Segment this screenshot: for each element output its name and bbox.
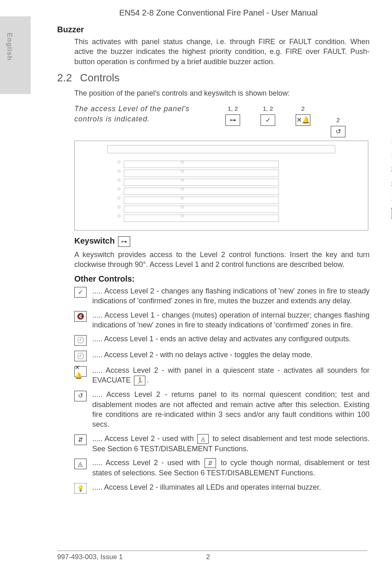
control-text: Access Level 2 - changes any flashing in… [92, 286, 370, 306]
control-text: Access Level 2 - with no delays active -… [92, 350, 370, 360]
top-label-extra: 2 [331, 116, 345, 124]
page-header: EN54 2-8 Zone Conventional Fire Panel - … [67, 7, 370, 18]
sounder-x-icon: ✕🔔 [296, 114, 310, 126]
control-row: ↺Access Level 2 - returns panel to its n… [74, 390, 370, 429]
check-icon: ✓ [261, 114, 275, 126]
control-text: Access Level 1 - changes (mutes) operati… [92, 310, 370, 330]
section-number: 2.2 [57, 71, 74, 85]
nav-icon: ◬ [74, 459, 87, 469]
mute-icon: 🔇 [74, 311, 87, 322]
key-icon: ⊶ [225, 114, 240, 126]
control-row: ⇵Access Level 2 - used with ◬ to select … [74, 434, 370, 454]
lamp-icon: 💡 [74, 483, 87, 494]
control-row: 🔇Access Level 1 - changes (mutes) operat… [74, 310, 370, 330]
inline-icon: ⇵ [205, 458, 216, 468]
control-text: Access Level 2 - used with ⇵ to cycle th… [92, 458, 370, 478]
check-icon: ✓ [74, 287, 87, 298]
page-footer: 997-493-003, Issue 1 2 [57, 551, 368, 562]
keyswitch-heading: Keyswitch [74, 235, 115, 246]
footer-page: 2 [206, 553, 210, 562]
control-row: ✕🔔Access Level 2 - with panel in a quies… [74, 365, 370, 386]
clock-icon: 🕘 [74, 335, 87, 346]
keyswitch-text: A keyswitch provides access to the Level… [74, 250, 370, 270]
buzzer-text: This activates with panel status change,… [74, 37, 370, 67]
section-intro: The position of the panel's controls and… [74, 88, 370, 98]
control-row: ✓Access Level 2 - changes any flashing i… [74, 286, 370, 306]
top-label-1: 1, 2 [225, 105, 240, 113]
controls-diagram: The access Level of the panel's controls… [74, 104, 370, 230]
control-text: Access Level 2 - with panel in a quiesce… [92, 365, 370, 386]
diagram-caption: The access Level of the panel's controls… [74, 104, 213, 124]
control-row: 🕘Access Level 1 - ends an active delay a… [74, 334, 370, 345]
footer-doc: 997-493-003, Issue 1 [57, 553, 123, 562]
top-label-2: 1, 2 [261, 105, 275, 113]
control-row: 💡Access Level 2 - illuminates all LEDs a… [74, 482, 370, 494]
reset-icon: ↺ [74, 391, 87, 401]
keyswitch-icon: ⊶ [118, 236, 130, 247]
inline-icon: 🏃 [134, 376, 145, 385]
control-text: Access Level 1 - ends an active delay an… [92, 334, 370, 344]
other-controls-heading: Other Controls: [74, 273, 370, 284]
reset-icon-top: ↺ [331, 126, 345, 137]
top-label-3: 2 [296, 105, 310, 113]
control-row: 🕘Access Level 2 - with no delays active … [74, 350, 370, 361]
control-text: Access Level 2 - returns panel to its no… [92, 390, 370, 429]
clock-icon-2: 🕘 [74, 351, 87, 361]
control-row: ◬Access Level 2 - used with ⇵ to cycle t… [74, 458, 370, 478]
inline-icon: ◬ [197, 434, 209, 444]
sounder-silence-icon: ✕🔔 [74, 366, 87, 377]
section-title: Controls [80, 71, 120, 85]
buzzer-heading: Buzzer [57, 24, 370, 35]
control-text: Access Level 2 - used with ◬ to select d… [92, 434, 370, 454]
scroll-icon: ⇵ [74, 434, 87, 445]
control-text: Access Level 2 - illuminates all LEDs an… [92, 482, 370, 492]
panel-outline: 1 1🔇 2🕘 2⇵ 1, 2◬ 💡 [74, 141, 368, 231]
language-label: English [4, 33, 14, 60]
